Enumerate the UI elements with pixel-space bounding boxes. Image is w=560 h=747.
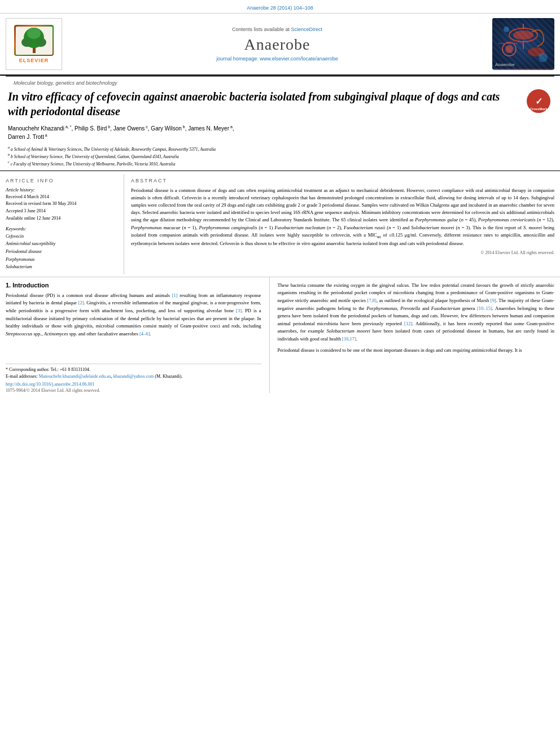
elsevier-brand-text: ELSEVIER bbox=[19, 58, 49, 63]
sciencedirect-line: Contents lists available at ScienceDirec… bbox=[232, 27, 322, 32]
author-wilson: Gary Wilson bbox=[151, 125, 181, 132]
keywords-list: Cefovecin Antimicrobial susceptibility P… bbox=[6, 233, 117, 271]
author-owens: Jane Owens bbox=[113, 125, 145, 132]
affiliation-b: b b School of Veterinary Science, The Un… bbox=[8, 152, 552, 160]
body-col-right: These bacteria consume the existing oxyg… bbox=[269, 277, 554, 394]
page: Anaerobe 28 (2014) 104–108 ELSEVIER bbox=[0, 0, 560, 747]
keywords-label: Keywords: bbox=[6, 226, 117, 231]
author-trott: Darren J. Trott bbox=[8, 134, 44, 141]
svg-point-9 bbox=[502, 42, 516, 56]
elsevier-logo: ELSEVIER bbox=[6, 18, 62, 70]
abstract-column: ABSTRACT Periodontal disease is a common… bbox=[124, 174, 554, 274]
copyright-line: © 2014 Elsevier Ltd. All rights reserved… bbox=[131, 248, 554, 257]
svg-text:Anaerobe: Anaerobe bbox=[495, 62, 515, 67]
footnotes-section: * Corresponding author. Tel.: +61 8 8313… bbox=[6, 341, 261, 393]
svg-point-16 bbox=[539, 53, 548, 62]
article-info-column: ARTICLE INFO Article history: Received 4… bbox=[6, 174, 124, 274]
journal-cover-image: Anaerobe bbox=[492, 18, 554, 70]
journal-homepage: journal homepage: www.elsevier.com/locat… bbox=[216, 56, 338, 62]
svg-point-10 bbox=[505, 45, 513, 53]
abstract-header: ABSTRACT bbox=[131, 178, 554, 184]
intro-para-right-2: Periodontal disease is considered to be … bbox=[278, 347, 554, 355]
author-meyer: James N. Meyer bbox=[188, 125, 229, 132]
journal-name: Anaerobe bbox=[244, 36, 310, 54]
article-info-header: ARTICLE INFO bbox=[6, 178, 117, 184]
main-body: 1. Introduction Periodontal disease (PD)… bbox=[0, 277, 560, 394]
email-footnote: E-mail addresses: Manouchehr.khazandi@ad… bbox=[6, 373, 261, 380]
authors-line: Manouchehr Khazandi a, *, Philip S. Bird… bbox=[0, 122, 560, 144]
article-title: In vitro efficacy of cefovecin against a… bbox=[8, 89, 552, 119]
affiliations-block: a a School of Animal & Veterinary Scienc… bbox=[0, 144, 560, 171]
journal-ref: Anaerobe 28 (2014) 104–108 bbox=[247, 5, 313, 11]
svg-point-11 bbox=[528, 47, 545, 56]
keywords-block: Keywords: Cefovecin Antimicrobial suscep… bbox=[6, 226, 117, 271]
article-info-abstract: ARTICLE INFO Article history: Received 4… bbox=[0, 174, 560, 274]
issn-line: 1075-9964/© 2014 Elsevier Ltd. All right… bbox=[6, 388, 261, 393]
crossmark-icon: ✓ CrossMark bbox=[527, 89, 550, 113]
author-khazandi: Manouchehr Khazandi bbox=[8, 125, 64, 132]
section-category: Molecular biology, genetics and biotechn… bbox=[6, 76, 554, 87]
keyword-5: Solobacterium bbox=[6, 263, 117, 271]
doi-link[interactable]: http://dx.doi.org/10.1016/j.anaerobe.201… bbox=[6, 382, 261, 387]
email-link-1[interactable]: Manouchehr.khazandi@adelaide.edu.au bbox=[39, 374, 111, 379]
affiliation-a: a a School of Animal & Veterinary Scienc… bbox=[8, 145, 552, 152]
elsevier-tree-graphic bbox=[14, 25, 54, 56]
journal-title-area: Contents lists available at ScienceDirec… bbox=[67, 18, 488, 70]
svg-text:CrossMark: CrossMark bbox=[530, 107, 548, 111]
article-title-section: In vitro efficacy of cefovecin against a… bbox=[0, 87, 560, 122]
author-bird: Philip S. Bird bbox=[75, 125, 107, 132]
keyword-4: Porphyromonas bbox=[6, 256, 117, 264]
introduction-paragraph: Periodontal disease (PD) is a common ora… bbox=[6, 292, 261, 338]
keyword-2: Antimicrobial susceptibility bbox=[6, 240, 117, 248]
body-col-left: 1. Introduction Periodontal disease (PD)… bbox=[6, 277, 269, 394]
introduction-heading: 1. Introduction bbox=[6, 282, 261, 289]
svg-rect-6 bbox=[492, 18, 554, 69]
sciencedirect-link[interactable]: ScienceDirect bbox=[291, 27, 323, 32]
svg-text:✓: ✓ bbox=[535, 97, 542, 106]
journal-header: ELSEVIER Contents lists available at Sci… bbox=[0, 14, 560, 76]
svg-point-4 bbox=[35, 38, 46, 47]
intro-para-right-1: These bacteria consume the existing oxyg… bbox=[278, 282, 554, 343]
crossmark-badge[interactable]: ✓ CrossMark bbox=[527, 89, 552, 115]
svg-point-15 bbox=[504, 27, 509, 32]
email-link-2[interactable]: khazandi@yahoo.com bbox=[113, 374, 154, 379]
svg-point-8 bbox=[513, 30, 533, 40]
keyword-3: Periodontal disease bbox=[6, 248, 117, 256]
svg-point-5 bbox=[27, 28, 41, 39]
abstract-text: Periodontal disease is a common disease … bbox=[131, 187, 554, 248]
corresponding-author-note: * Corresponding author. Tel.: +61 8 8313… bbox=[6, 366, 261, 373]
article-history: Article history: Received 4 March 2014 R… bbox=[6, 187, 117, 222]
affiliation-c: c c Faculty of Veterinary Science, The U… bbox=[8, 160, 552, 167]
keyword-1: Cefovecin bbox=[6, 233, 117, 241]
svg-point-7 bbox=[509, 28, 537, 42]
journal-reference-bar: Anaerobe 28 (2014) 104–108 bbox=[0, 0, 560, 14]
history-label: Article history: bbox=[6, 187, 117, 193]
received-date: Received 4 March 2014 Received in revise… bbox=[6, 194, 117, 222]
svg-point-3 bbox=[21, 38, 33, 47]
